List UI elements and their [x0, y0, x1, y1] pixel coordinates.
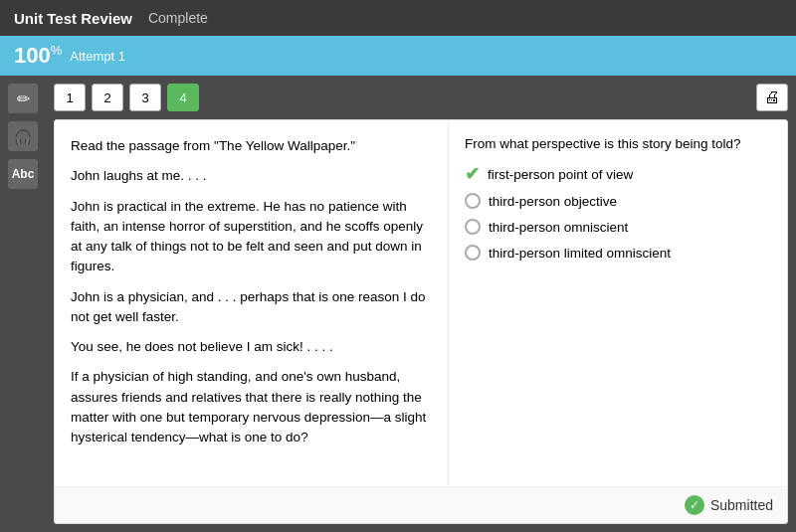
radio-circle-4	[465, 245, 481, 261]
answer-option-4-label: third-person limited omniscient	[489, 246, 671, 261]
question-btn-4[interactable]: 4	[167, 84, 199, 111]
question-nav: 1 2 3 4 🖨	[54, 84, 788, 111]
question-btn-1[interactable]: 1	[54, 84, 86, 111]
main-area: ✏ 🎧 Abc 1 2 3 4 🖨 Read the passage from …	[0, 76, 796, 532]
answer-option-4[interactable]: third-person limited omniscient	[465, 245, 771, 261]
radio-circle-3	[465, 219, 481, 235]
answer-option-1[interactable]: ✔ first-person point of view	[465, 165, 771, 183]
answer-option-1-label: first-person point of view	[488, 167, 633, 182]
dictionary-icon[interactable]: Abc	[8, 159, 38, 189]
question-column: From what perspective is this story bein…	[449, 120, 787, 486]
left-sidebar: ✏ 🎧 Abc	[0, 76, 46, 532]
score-value: 100%	[14, 43, 62, 69]
answer-option-3-label: third-person omniscient	[489, 220, 628, 235]
submitted-label: Submitted	[710, 497, 773, 513]
radio-circle-2	[465, 193, 481, 209]
question-btn-2[interactable]: 2	[92, 84, 123, 111]
passage-para-2: John is practical in the extreme. He has…	[71, 197, 432, 277]
passage-column: Read the passage from "The Yellow Wallpa…	[55, 120, 449, 486]
submitted-checkmark-icon: ✓	[685, 495, 704, 515]
passage-para-4: You see, he does not believe I am sick! …	[71, 337, 432, 357]
passage-para-1: John laughs at me. . . .	[71, 166, 432, 186]
passage-title: Read the passage from "The Yellow Wallpa…	[71, 136, 432, 156]
page-header: Unit Test Review Complete	[0, 0, 796, 36]
print-button[interactable]: 🖨	[756, 84, 788, 111]
passage-para-3: John is a physician, and . . . perhaps t…	[71, 287, 432, 328]
page-status: Complete	[148, 10, 208, 26]
passage-para-5: If a physician of high standing, and one…	[71, 367, 432, 447]
question-prompt: From what perspective is this story bein…	[465, 136, 771, 151]
question-buttons: 1 2 3 4	[54, 84, 199, 111]
pencil-icon[interactable]: ✏	[8, 84, 38, 113]
question-btn-3[interactable]: 3	[129, 84, 161, 111]
attempt-label: Attempt 1	[70, 49, 125, 64]
card-footer: ✓ Submitted	[55, 486, 787, 523]
content-area: 1 2 3 4 🖨 Read the passage from "The Yel…	[46, 76, 796, 532]
score-bar: 100% Attempt 1	[0, 36, 796, 76]
question-body: Read the passage from "The Yellow Wallpa…	[55, 120, 787, 486]
answer-option-3[interactable]: third-person omniscient	[465, 219, 771, 235]
page-title: Unit Test Review	[14, 10, 132, 27]
answer-option-2[interactable]: third-person objective	[465, 193, 771, 209]
correct-checkmark-icon: ✔	[465, 165, 480, 183]
headphones-icon[interactable]: 🎧	[8, 121, 38, 151]
question-card: Read the passage from "The Yellow Wallpa…	[54, 119, 788, 524]
answer-option-2-label: third-person objective	[489, 194, 617, 209]
